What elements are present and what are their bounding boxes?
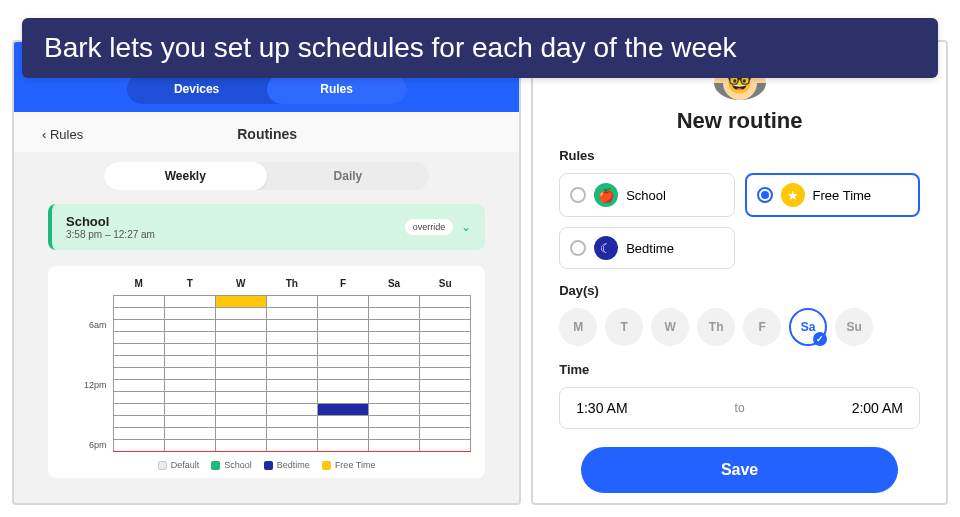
day-w[interactable]: W <box>651 308 689 346</box>
rule-option-free-time[interactable]: ★ Free Time <box>745 173 920 217</box>
rules-section-label: Rules <box>559 148 920 163</box>
radio-icon <box>757 187 773 203</box>
school-icon: 🍎 <box>594 183 618 207</box>
routines-panel: ⏱ Screen Time Devices Rules ‹ Rules Rout… <box>12 40 521 505</box>
time-12pm: 12pm <box>62 380 113 392</box>
day-th[interactable]: Th <box>697 308 735 346</box>
cal-day-su: Su <box>420 278 471 296</box>
calendar-grid: M T W Th F Sa Su 6am <box>62 278 471 452</box>
weekly-calendar: M T W Th F Sa Su 6am <box>48 266 485 478</box>
legend-bedtime: Bedtime <box>277 460 310 470</box>
back-label: Rules <box>50 127 83 142</box>
cal-day-m: M <box>113 278 164 296</box>
tab-devices[interactable]: Devices <box>127 74 267 104</box>
toggle-weekly[interactable]: Weekly <box>104 162 267 190</box>
cal-day-t: T <box>164 278 215 296</box>
start-time-value[interactable]: 1:30 AM <box>576 400 627 416</box>
routine-name: School <box>66 214 405 229</box>
rule-option-school[interactable]: 🍎 School <box>559 173 734 217</box>
rules-options: 🍎 School ★ Free Time ☾ Bedtime <box>559 173 920 269</box>
cal-day-sa: Sa <box>368 278 419 296</box>
legend-school: School <box>224 460 252 470</box>
day-f[interactable]: F <box>743 308 781 346</box>
main-container: ⏱ Screen Time Devices Rules ‹ Rules Rout… <box>12 40 948 505</box>
header-tabs: Devices Rules <box>127 74 407 104</box>
end-time-value[interactable]: 2:00 AM <box>852 400 903 416</box>
day-selector: M T W Th F Sa Su <box>559 308 920 346</box>
legend-free: Free Time <box>335 460 376 470</box>
legend-default: Default <box>171 460 200 470</box>
override-badge[interactable]: override <box>405 219 454 235</box>
swatch-free <box>322 461 331 470</box>
swatch-school <box>211 461 220 470</box>
rule-label: Free Time <box>813 188 872 203</box>
time-6pm: 6pm <box>62 440 113 452</box>
routine-card-school[interactable]: School 3:58 pm – 12:27 am override ⌄ <box>48 204 485 250</box>
moon-icon: ☾ <box>594 236 618 260</box>
caption-banner: Bark lets you set up schedules for each … <box>22 18 938 78</box>
day-sa[interactable]: Sa <box>789 308 827 346</box>
view-toggle: Weekly Daily <box>104 162 429 190</box>
cal-day-w: W <box>215 278 266 296</box>
day-t[interactable]: T <box>605 308 643 346</box>
routine-time: 3:58 pm – 12:27 am <box>66 229 405 240</box>
day-su[interactable]: Su <box>835 308 873 346</box>
rule-label: School <box>626 188 666 203</box>
back-button[interactable]: ‹ Rules <box>42 127 83 142</box>
cal-day-f: F <box>317 278 368 296</box>
panel-title: New routine <box>559 108 920 134</box>
cal-day-th: Th <box>266 278 317 296</box>
routine-info: School 3:58 pm – 12:27 am <box>66 214 405 240</box>
rule-option-bedtime[interactable]: ☾ Bedtime <box>559 227 734 269</box>
radio-icon <box>570 240 586 256</box>
radio-icon <box>570 187 586 203</box>
breadcrumb-title: Routines <box>83 126 451 142</box>
calendar-legend: Default School Bedtime Free Time <box>62 460 471 470</box>
time-section-label: Time <box>559 362 920 377</box>
save-button[interactable]: Save <box>581 447 899 493</box>
swatch-bedtime <box>264 461 273 470</box>
time-to-label: to <box>735 401 745 415</box>
days-section-label: Day(s) <box>559 283 920 298</box>
day-m[interactable]: M <box>559 308 597 346</box>
free-time-block[interactable] <box>215 296 266 308</box>
star-icon: ★ <box>781 183 805 207</box>
time-range-input[interactable]: 1:30 AM to 2:00 AM <box>559 387 920 429</box>
swatch-default <box>158 461 167 470</box>
bedtime-block[interactable] <box>317 404 368 416</box>
toggle-daily[interactable]: Daily <box>267 162 430 190</box>
tab-rules[interactable]: Rules <box>267 74 407 104</box>
time-6am: 6am <box>62 320 113 332</box>
rule-label: Bedtime <box>626 241 674 256</box>
breadcrumb: ‹ Rules Routines <box>14 112 519 152</box>
new-routine-panel: 🤓 New routine Rules 🍎 School ★ Free Time… <box>531 40 948 505</box>
chevron-down-icon[interactable]: ⌄ <box>461 220 471 234</box>
